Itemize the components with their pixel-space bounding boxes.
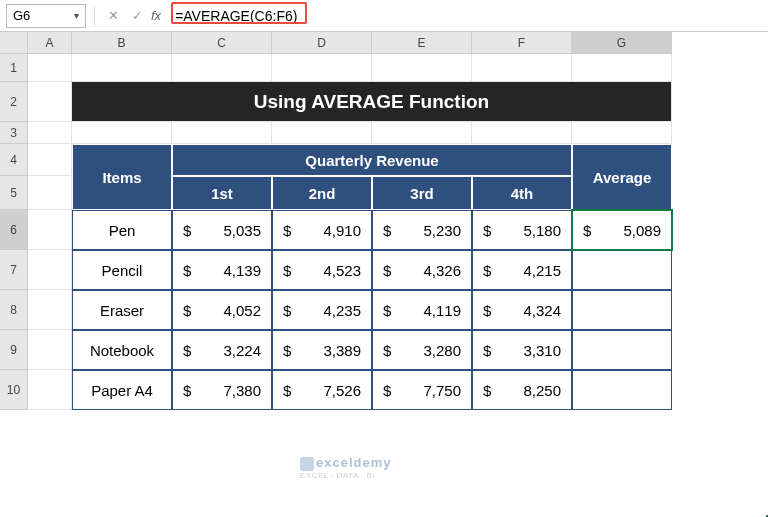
col-header-G[interactable]: G xyxy=(572,32,672,54)
cell-G10[interactable] xyxy=(572,370,672,410)
row-header-9[interactable]: 9 xyxy=(0,330,28,370)
cell-G8[interactable] xyxy=(572,290,672,330)
cell-E8[interactable]: $4,119 xyxy=(372,290,472,330)
name-box-value: G6 xyxy=(13,8,30,23)
row-header-3[interactable]: 3 xyxy=(0,122,28,144)
enter-icon[interactable]: ✓ xyxy=(127,6,147,26)
row-header-2[interactable]: 2 xyxy=(0,82,28,122)
cell-B1[interactable] xyxy=(72,54,172,82)
col-header-C[interactable]: C xyxy=(172,32,272,54)
formula-bar-row: G6 ▾ ✕ ✓ fx =AVERAGE(C6:F6) xyxy=(0,0,768,32)
cell-D10[interactable]: $7,526 xyxy=(272,370,372,410)
header-items[interactable]: Items xyxy=(72,144,172,210)
header-q1[interactable]: 1st xyxy=(172,176,272,210)
cell-C8[interactable]: $4,052 xyxy=(172,290,272,330)
cell-A10[interactable] xyxy=(28,370,72,410)
cell-F8[interactable]: $4,324 xyxy=(472,290,572,330)
cell-E1[interactable] xyxy=(372,54,472,82)
cell-C10[interactable]: $7,380 xyxy=(172,370,272,410)
cell-G6[interactable]: $5,089 xyxy=(572,210,672,250)
cell-A4[interactable] xyxy=(28,144,72,176)
cell-C7[interactable]: $4,139 xyxy=(172,250,272,290)
cell-D8[interactable]: $4,235 xyxy=(272,290,372,330)
cell-E3[interactable] xyxy=(372,122,472,144)
row-header-5[interactable]: 5 xyxy=(0,176,28,210)
row-header-8[interactable]: 8 xyxy=(0,290,28,330)
formula-bar-input[interactable] xyxy=(171,4,762,28)
cell-B10[interactable]: Paper A4 xyxy=(72,370,172,410)
select-all-corner[interactable] xyxy=(0,32,28,54)
cell-A1[interactable] xyxy=(28,54,72,82)
cell-A3[interactable] xyxy=(28,122,72,144)
cell-A2[interactable] xyxy=(28,82,72,122)
cell-A8[interactable] xyxy=(28,290,72,330)
row-header-7[interactable]: 7 xyxy=(0,250,28,290)
cell-B8[interactable]: Eraser xyxy=(72,290,172,330)
cell-D6[interactable]: $4,910 xyxy=(272,210,372,250)
cell-D3[interactable] xyxy=(272,122,372,144)
col-header-A[interactable]: A xyxy=(28,32,72,54)
page-title: Using AVERAGE Function xyxy=(254,91,489,113)
row-header-6[interactable]: 6 xyxy=(0,210,28,250)
cell-E7[interactable]: $4,326 xyxy=(372,250,472,290)
col-header-E[interactable]: E xyxy=(372,32,472,54)
cell-A9[interactable] xyxy=(28,330,72,370)
cell-F3[interactable] xyxy=(472,122,572,144)
header-q4[interactable]: 4th xyxy=(472,176,572,210)
cell-G9[interactable] xyxy=(572,330,672,370)
cell-F7[interactable]: $4,215 xyxy=(472,250,572,290)
col-header-B[interactable]: B xyxy=(72,32,172,54)
cell-G7[interactable] xyxy=(572,250,672,290)
title-band[interactable]: Using AVERAGE Function xyxy=(72,82,672,122)
name-box[interactable]: G6 ▾ xyxy=(6,4,86,28)
cell-F1[interactable] xyxy=(472,54,572,82)
cell-B7[interactable]: Pencil xyxy=(72,250,172,290)
header-quarterly[interactable]: Quarterly Revenue xyxy=(172,144,572,176)
cell-G1[interactable] xyxy=(572,54,672,82)
fx-icon[interactable]: fx xyxy=(151,8,161,23)
cell-F9[interactable]: $3,310 xyxy=(472,330,572,370)
watermark-logo-icon xyxy=(300,457,314,471)
cell-A5[interactable] xyxy=(28,176,72,210)
cell-E9[interactable]: $3,280 xyxy=(372,330,472,370)
cell-F6[interactable]: $5,180 xyxy=(472,210,572,250)
row-header-10[interactable]: 10 xyxy=(0,370,28,410)
cell-C1[interactable] xyxy=(172,54,272,82)
cell-B3[interactable] xyxy=(72,122,172,144)
separator xyxy=(94,6,95,26)
cell-D7[interactable]: $4,523 xyxy=(272,250,372,290)
cell-D1[interactable] xyxy=(272,54,372,82)
spreadsheet-grid[interactable]: A B C D E F G 1 2 Using AVERAGE Function… xyxy=(0,32,768,410)
cell-E6[interactable]: $5,230 xyxy=(372,210,472,250)
col-header-F[interactable]: F xyxy=(472,32,572,54)
cell-D9[interactable]: $3,389 xyxy=(272,330,372,370)
cell-A6[interactable] xyxy=(28,210,72,250)
watermark: exceldemy EXCEL · DATA · BI xyxy=(300,455,392,480)
cell-F10[interactable]: $8,250 xyxy=(472,370,572,410)
cell-B9[interactable]: Notebook xyxy=(72,330,172,370)
col-header-D[interactable]: D xyxy=(272,32,372,54)
header-q2[interactable]: 2nd xyxy=(272,176,372,210)
row-header-4[interactable]: 4 xyxy=(0,144,28,176)
cell-G3[interactable] xyxy=(572,122,672,144)
header-q3[interactable]: 3rd xyxy=(372,176,472,210)
cancel-icon[interactable]: ✕ xyxy=(103,6,123,26)
row-header-1[interactable]: 1 xyxy=(0,54,28,82)
cell-C3[interactable] xyxy=(172,122,272,144)
cell-A7[interactable] xyxy=(28,250,72,290)
cell-E10[interactable]: $7,750 xyxy=(372,370,472,410)
cell-C9[interactable]: $3,224 xyxy=(172,330,272,370)
chevron-down-icon[interactable]: ▾ xyxy=(74,10,79,21)
header-average[interactable]: Average xyxy=(572,144,672,210)
cell-B6[interactable]: Pen xyxy=(72,210,172,250)
cell-C6[interactable]: $5,035 xyxy=(172,210,272,250)
